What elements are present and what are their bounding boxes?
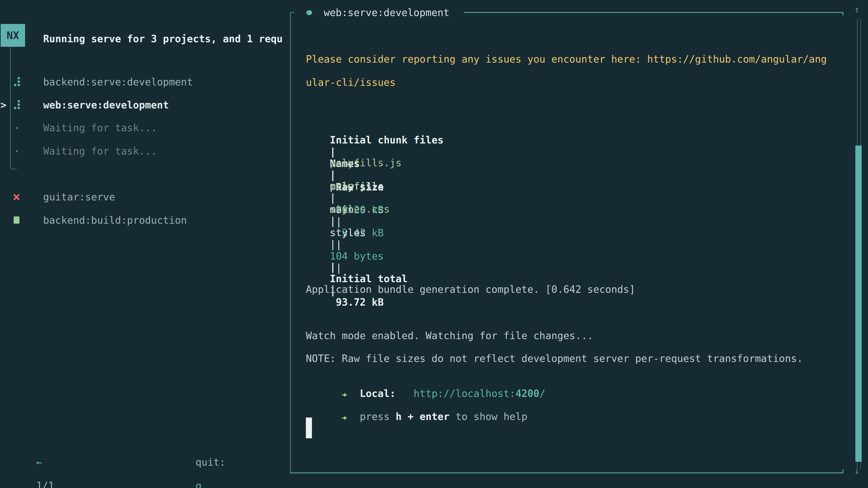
panel-border-bottom-right-tick — [842, 469, 843, 473]
total-label: Initial total — [330, 273, 420, 285]
pager-left-arrow-icon[interactable]: ← — [36, 456, 42, 468]
task-label: backend:serve:development — [43, 76, 193, 88]
key-enter: enter — [420, 411, 450, 422]
panel-border-top-stub — [290, 12, 294, 13]
panel-border-bottom — [290, 473, 843, 473]
failed-cross-icon — [13, 193, 20, 201]
panel-status-bullet-icon — [306, 10, 312, 15]
total-size: 93.72 kB — [330, 296, 383, 308]
chunk-file: styles.css — [330, 203, 450, 215]
chunk-name: styles — [330, 227, 420, 238]
page-title: Running serve for 3 projects, and 1 requ — [43, 33, 291, 45]
terminal-cursor — [306, 418, 312, 438]
pipe-divider: | — [330, 215, 342, 227]
spinner-icon — [14, 77, 20, 87]
arrow-right-icon — [342, 412, 348, 423]
pager: ← 1/1 → — [12, 445, 54, 488]
scroll-down-icon[interactable]: ↓ — [854, 466, 860, 475]
key-h: h — [396, 411, 402, 422]
local-url-link[interactable]: http://localhost:4200/ — [414, 388, 546, 399]
quit-key: q — [195, 480, 202, 488]
help-hint-line: pressh+enterto show help — [306, 399, 527, 435]
notice-line-2: ular-cli/issues — [306, 76, 396, 88]
waiting-dot-icon — [16, 127, 18, 129]
chunk-file: polyfills.js — [330, 157, 450, 169]
task-label: Waiting for task... — [43, 145, 157, 157]
local-label: Local: — [360, 388, 396, 399]
panel-border-top — [464, 12, 843, 13]
note-line: NOTE: Raw file sizes do not reflect deve… — [306, 353, 803, 364]
quit-label: quit: — [195, 456, 225, 468]
scrollbar-track-upper[interactable] — [857, 19, 861, 145]
url-slash: / — [539, 388, 546, 399]
arrow-right-icon — [342, 389, 348, 400]
url-host: http://localhost: — [414, 388, 515, 399]
task-label: Waiting for task... — [43, 122, 157, 134]
spinner-icon — [14, 100, 20, 109]
task-label: backend:build:production — [43, 215, 187, 226]
panel-border-top-right-tick — [842, 12, 843, 15]
url-port: 4200 — [515, 388, 539, 399]
col-header-files: Initial chunk files — [330, 134, 450, 146]
scroll-up-icon[interactable]: ↑ — [854, 5, 860, 14]
success-square-icon — [13, 217, 20, 224]
task-label-selected: web:serve:development — [43, 99, 169, 111]
nx-terminal-ui: NX Running serve for 3 projects, and 1 r… — [0, 0, 868, 488]
table-total-row: | Initial total | 93.72 kB — [306, 238, 450, 320]
pager-label: 1/1 — [36, 480, 54, 488]
scrollbar-thumb[interactable] — [855, 145, 862, 462]
plus-sign: + — [408, 411, 414, 422]
notice-line-1: Please consider reporting any issues you… — [306, 53, 827, 65]
waiting-dot-icon — [16, 150, 18, 152]
pipe-divider: | — [330, 261, 342, 273]
task-label: guitar:serve — [43, 191, 115, 203]
press-label: press — [360, 411, 390, 422]
bundle-complete-line: Application bundle generation complete. … — [306, 284, 635, 295]
chevron-right-icon: > — [0, 99, 6, 111]
panel-title: web:serve:development — [324, 7, 450, 19]
chunk-file: main.js — [330, 180, 450, 192]
watch-mode-line: Watch mode enabled. Watching for file ch… — [306, 330, 593, 341]
hotkey-hints: quit: q help: ? — [172, 445, 225, 488]
panel-border-left — [290, 12, 291, 473]
nx-logo: NX — [1, 24, 25, 47]
help-suffix: to show help — [456, 411, 527, 422]
